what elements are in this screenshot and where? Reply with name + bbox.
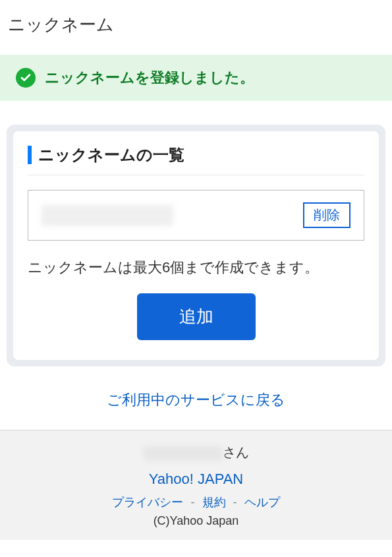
help-text: ニックネームは最大6個まで作成できます。 bbox=[28, 258, 364, 278]
separator: - bbox=[233, 496, 237, 509]
nickname-value-redacted bbox=[42, 205, 173, 226]
help-link[interactable]: ヘルプ bbox=[244, 496, 280, 509]
delete-button[interactable]: 削除 bbox=[303, 202, 350, 228]
footer-links: プライバシー - 規約 - ヘルプ bbox=[0, 494, 392, 510]
check-circle-icon bbox=[16, 68, 36, 88]
nickname-panel-inner: ニックネームの一覧 削除 ニックネームは最大6個まで作成できます。 追加 bbox=[13, 131, 379, 360]
username-redacted bbox=[144, 446, 223, 461]
user-suffix: さん bbox=[223, 445, 249, 459]
nickname-panel: ニックネームの一覧 削除 ニックネームは最大6個まで作成できます。 追加 bbox=[7, 125, 385, 366]
footer: さん Yahoo! JAPAN プライバシー - 規約 - ヘルプ (C)Yah… bbox=[0, 430, 392, 540]
alert-message: ニックネームを登録しました。 bbox=[45, 68, 254, 88]
privacy-link[interactable]: プライバシー bbox=[112, 496, 183, 509]
brand-link[interactable]: Yahoo! JAPAN bbox=[149, 471, 243, 488]
back-link[interactable]: ご利用中のサービスに戻る bbox=[0, 390, 392, 410]
nickname-row: 削除 bbox=[28, 190, 364, 241]
add-button[interactable]: 追加 bbox=[137, 293, 256, 340]
list-header-title: ニックネームの一覧 bbox=[38, 144, 184, 165]
separator: - bbox=[190, 496, 194, 509]
success-alert: ニックネームを登録しました。 bbox=[0, 55, 392, 101]
terms-link[interactable]: 規約 bbox=[202, 496, 226, 509]
accent-bar-icon bbox=[28, 146, 32, 164]
copyright: (C)Yahoo Japan bbox=[0, 514, 392, 528]
user-line: さん bbox=[0, 444, 392, 461]
page-title: ニックネーム bbox=[0, 0, 392, 55]
list-header: ニックネームの一覧 bbox=[28, 144, 364, 175]
